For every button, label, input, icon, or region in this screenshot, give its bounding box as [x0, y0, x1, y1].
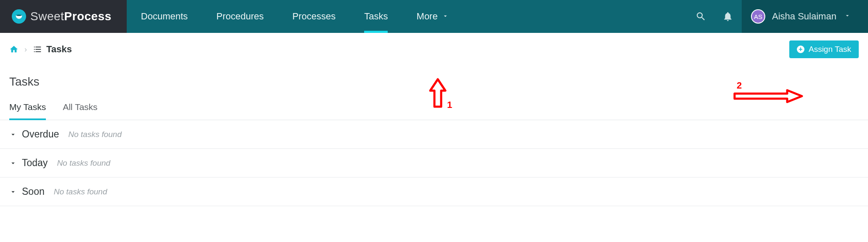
plus-circle-icon: + [797, 46, 804, 53]
chevron-down-icon [442, 11, 449, 22]
top-nav: SweetProcess Documents Procedures Proces… [0, 0, 868, 33]
tab-all-tasks[interactable]: All Tasks [63, 96, 97, 120]
logo-icon [12, 9, 26, 24]
nav-icons [695, 0, 742, 33]
tabs: My Tasks All Tasks [0, 96, 868, 120]
section-today-title[interactable]: Today [22, 157, 48, 169]
chevron-down-icon [844, 12, 851, 21]
section-today-empty: No tasks found [57, 159, 110, 168]
page-title: Tasks [0, 62, 868, 96]
annotation-label-1: 1 [447, 99, 452, 110]
nav-procedures[interactable]: Procedures [202, 0, 278, 33]
chevron-down-icon[interactable] [9, 188, 17, 196]
nav-documents[interactable]: Documents [127, 0, 202, 33]
breadcrumb-row: › Tasks + Assign Task [0, 33, 868, 62]
tasks-list-icon [33, 45, 42, 54]
chevron-down-icon[interactable] [9, 159, 17, 167]
tab-my-tasks[interactable]: My Tasks [9, 96, 46, 120]
section-overdue-title[interactable]: Overdue [22, 129, 59, 140]
section-overdue: Overdue No tasks found [0, 120, 868, 149]
nav-items: Documents Procedures Processes Tasks Mor… [127, 0, 463, 33]
user-name: Aisha Sulaiman [772, 11, 836, 22]
user-menu[interactable]: AS Aisha Sulaiman [742, 0, 868, 33]
section-soon-title[interactable]: Soon [22, 186, 45, 197]
search-icon[interactable] [695, 11, 706, 22]
chevron-down-icon[interactable] [9, 131, 17, 138]
section-overdue-empty: No tasks found [68, 130, 122, 139]
annotation-label-2: 2 [737, 80, 742, 91]
nav-processes[interactable]: Processes [278, 0, 350, 33]
section-soon-empty: No tasks found [54, 187, 107, 196]
home-icon[interactable] [9, 45, 19, 54]
logo[interactable]: SweetProcess [0, 0, 127, 33]
section-today: Today No tasks found [0, 149, 868, 177]
breadcrumb-current: Tasks [46, 44, 72, 55]
logo-text: SweetProcess [30, 10, 112, 23]
assign-task-button[interactable]: + Assign Task [789, 40, 859, 58]
nav-more[interactable]: More [402, 0, 463, 33]
section-soon: Soon No tasks found [0, 177, 868, 206]
breadcrumb-separator: › [24, 45, 27, 54]
bell-icon[interactable] [722, 11, 733, 22]
svg-point-0 [16, 14, 22, 16]
nav-tasks[interactable]: Tasks [350, 0, 402, 33]
avatar: AS [751, 9, 765, 24]
